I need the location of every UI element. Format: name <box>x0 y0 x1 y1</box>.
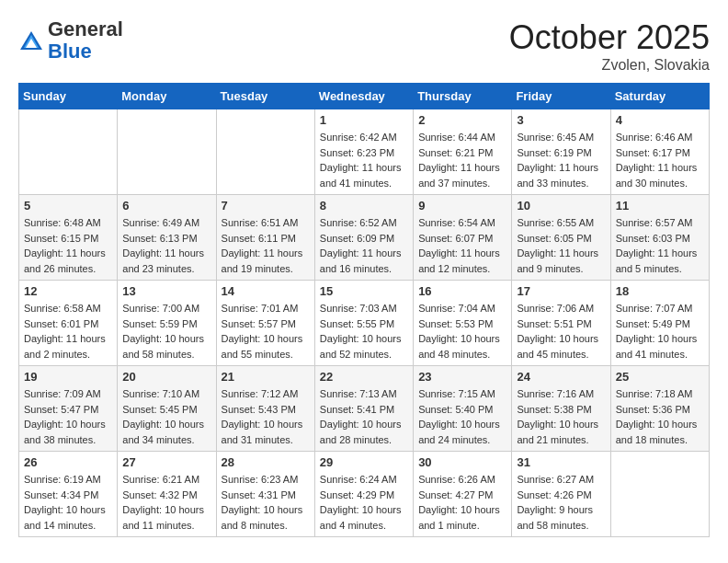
title-block: October 2025 Zvolen, Slovakia <box>509 18 710 74</box>
day-cell: 28Sunrise: 6:23 AM Sunset: 4:31 PM Dayli… <box>216 452 314 537</box>
day-cell: 12Sunrise: 6:58 AM Sunset: 6:01 PM Dayli… <box>19 281 118 366</box>
day-cell: 15Sunrise: 7:03 AM Sunset: 5:55 PM Dayli… <box>314 281 413 366</box>
day-cell: 25Sunrise: 7:18 AM Sunset: 5:36 PM Dayli… <box>610 366 709 452</box>
day-cell: 31Sunrise: 6:27 AM Sunset: 4:26 PM Dayli… <box>512 452 610 537</box>
month-title: October 2025 <box>509 18 710 57</box>
week-row-5: 26Sunrise: 6:19 AM Sunset: 4:34 PM Dayli… <box>19 452 710 537</box>
day-number: 14 <box>222 284 310 298</box>
day-number: 5 <box>24 199 112 213</box>
week-row-1: 1Sunrise: 6:42 AM Sunset: 6:23 PM Daylig… <box>19 109 710 195</box>
day-cell: 22Sunrise: 7:13 AM Sunset: 5:41 PM Dayli… <box>314 366 413 452</box>
day-number: 7 <box>222 199 310 213</box>
day-cell: 13Sunrise: 7:00 AM Sunset: 5:59 PM Dayli… <box>118 281 216 366</box>
week-row-3: 12Sunrise: 6:58 AM Sunset: 6:01 PM Dayli… <box>19 281 710 366</box>
day-number: 23 <box>418 370 506 384</box>
day-number: 3 <box>517 113 605 127</box>
day-info: Sunrise: 6:51 AM Sunset: 6:11 PM Dayligh… <box>222 215 310 276</box>
day-cell: 5Sunrise: 6:48 AM Sunset: 6:15 PM Daylig… <box>19 195 118 281</box>
day-info: Sunrise: 6:49 AM Sunset: 6:13 PM Dayligh… <box>122 215 210 276</box>
day-number: 15 <box>320 284 408 298</box>
day-cell: 6Sunrise: 6:49 AM Sunset: 6:13 PM Daylig… <box>118 195 216 281</box>
header-row: SundayMondayTuesdayWednesdayThursdayFrid… <box>19 84 710 109</box>
day-info: Sunrise: 7:06 AM Sunset: 5:51 PM Dayligh… <box>517 301 605 362</box>
day-info: Sunrise: 6:45 AM Sunset: 6:19 PM Dayligh… <box>517 130 605 190</box>
day-number: 21 <box>222 370 310 384</box>
day-cell: 3Sunrise: 6:45 AM Sunset: 6:19 PM Daylig… <box>512 109 610 195</box>
day-number: 8 <box>320 199 408 213</box>
day-cell <box>610 452 709 537</box>
location: Zvolen, Slovakia <box>509 57 710 74</box>
day-number: 18 <box>616 284 704 298</box>
day-number: 9 <box>418 199 506 213</box>
day-number: 20 <box>122 370 210 384</box>
col-header-monday: Monday <box>118 84 216 109</box>
day-number: 22 <box>320 370 408 384</box>
day-info: Sunrise: 6:48 AM Sunset: 6:15 PM Dayligh… <box>24 215 112 276</box>
day-info: Sunrise: 6:26 AM Sunset: 4:27 PM Dayligh… <box>418 472 506 533</box>
calendar-table: SundayMondayTuesdayWednesdayThursdayFrid… <box>18 83 710 537</box>
col-header-friday: Friday <box>512 84 610 109</box>
day-cell: 30Sunrise: 6:26 AM Sunset: 4:27 PM Dayli… <box>414 452 512 537</box>
day-info: Sunrise: 6:44 AM Sunset: 6:21 PM Dayligh… <box>418 130 506 190</box>
day-info: Sunrise: 7:07 AM Sunset: 5:49 PM Dayligh… <box>616 301 704 362</box>
day-cell: 10Sunrise: 6:55 AM Sunset: 6:05 PM Dayli… <box>512 195 610 281</box>
day-cell: 18Sunrise: 7:07 AM Sunset: 5:49 PM Dayli… <box>610 281 709 366</box>
day-cell: 14Sunrise: 7:01 AM Sunset: 5:57 PM Dayli… <box>216 281 314 366</box>
day-info: Sunrise: 6:58 AM Sunset: 6:01 PM Dayligh… <box>24 301 112 362</box>
day-cell <box>19 109 118 195</box>
day-info: Sunrise: 7:12 AM Sunset: 5:43 PM Dayligh… <box>222 386 310 447</box>
day-number: 6 <box>122 199 210 213</box>
day-info: Sunrise: 6:42 AM Sunset: 6:23 PM Dayligh… <box>320 130 408 190</box>
day-info: Sunrise: 7:16 AM Sunset: 5:38 PM Dayligh… <box>517 386 605 447</box>
day-number: 17 <box>517 284 605 298</box>
day-cell: 23Sunrise: 7:15 AM Sunset: 5:40 PM Dayli… <box>414 366 512 452</box>
day-info: Sunrise: 6:24 AM Sunset: 4:29 PM Dayligh… <box>320 472 408 533</box>
calendar-header: SundayMondayTuesdayWednesdayThursdayFrid… <box>19 84 710 109</box>
day-number: 31 <box>517 455 605 469</box>
col-header-thursday: Thursday <box>414 84 512 109</box>
day-info: Sunrise: 7:10 AM Sunset: 5:45 PM Dayligh… <box>122 386 210 447</box>
day-cell: 1Sunrise: 6:42 AM Sunset: 6:23 PM Daylig… <box>314 109 413 195</box>
day-cell: 19Sunrise: 7:09 AM Sunset: 5:47 PM Dayli… <box>19 366 118 452</box>
day-info: Sunrise: 7:00 AM Sunset: 5:59 PM Dayligh… <box>122 301 210 362</box>
day-info: Sunrise: 7:03 AM Sunset: 5:55 PM Dayligh… <box>320 301 408 362</box>
day-info: Sunrise: 7:15 AM Sunset: 5:40 PM Dayligh… <box>418 386 506 447</box>
day-cell: 9Sunrise: 6:54 AM Sunset: 6:07 PM Daylig… <box>414 195 512 281</box>
day-number: 10 <box>517 199 605 213</box>
logo-text: General Blue <box>48 18 123 63</box>
day-number: 24 <box>517 370 605 384</box>
day-info: Sunrise: 6:21 AM Sunset: 4:32 PM Dayligh… <box>122 472 210 533</box>
day-cell <box>118 109 216 195</box>
day-number: 28 <box>222 455 310 469</box>
day-cell: 21Sunrise: 7:12 AM Sunset: 5:43 PM Dayli… <box>216 366 314 452</box>
day-cell: 24Sunrise: 7:16 AM Sunset: 5:38 PM Dayli… <box>512 366 610 452</box>
day-cell: 4Sunrise: 6:46 AM Sunset: 6:17 PM Daylig… <box>610 109 709 195</box>
logo-icon <box>18 28 44 53</box>
day-number: 29 <box>320 455 408 469</box>
day-info: Sunrise: 7:13 AM Sunset: 5:41 PM Dayligh… <box>320 386 408 447</box>
day-cell: 2Sunrise: 6:44 AM Sunset: 6:21 PM Daylig… <box>414 109 512 195</box>
day-cell: 27Sunrise: 6:21 AM Sunset: 4:32 PM Dayli… <box>118 452 216 537</box>
day-number: 1 <box>320 113 408 127</box>
day-number: 25 <box>616 370 704 384</box>
day-number: 19 <box>24 370 112 384</box>
day-number: 12 <box>24 284 112 298</box>
day-cell: 11Sunrise: 6:57 AM Sunset: 6:03 PM Dayli… <box>610 195 709 281</box>
day-info: Sunrise: 6:27 AM Sunset: 4:26 PM Dayligh… <box>517 472 605 533</box>
day-number: 2 <box>418 113 506 127</box>
day-cell: 20Sunrise: 7:10 AM Sunset: 5:45 PM Dayli… <box>118 366 216 452</box>
day-info: Sunrise: 7:01 AM Sunset: 5:57 PM Dayligh… <box>222 301 310 362</box>
day-info: Sunrise: 6:52 AM Sunset: 6:09 PM Dayligh… <box>320 215 408 276</box>
day-number: 11 <box>616 199 704 213</box>
day-cell: 17Sunrise: 7:06 AM Sunset: 5:51 PM Dayli… <box>512 281 610 366</box>
week-row-4: 19Sunrise: 7:09 AM Sunset: 5:47 PM Dayli… <box>19 366 710 452</box>
col-header-wednesday: Wednesday <box>314 84 413 109</box>
col-header-sunday: Sunday <box>19 84 118 109</box>
day-info: Sunrise: 6:46 AM Sunset: 6:17 PM Dayligh… <box>616 130 704 190</box>
day-info: Sunrise: 6:19 AM Sunset: 4:34 PM Dayligh… <box>24 472 112 533</box>
logo-general: General <box>48 17 123 40</box>
col-header-tuesday: Tuesday <box>216 84 314 109</box>
day-cell: 26Sunrise: 6:19 AM Sunset: 4:34 PM Dayli… <box>19 452 118 537</box>
day-number: 26 <box>24 455 112 469</box>
day-info: Sunrise: 6:23 AM Sunset: 4:31 PM Dayligh… <box>222 472 310 533</box>
